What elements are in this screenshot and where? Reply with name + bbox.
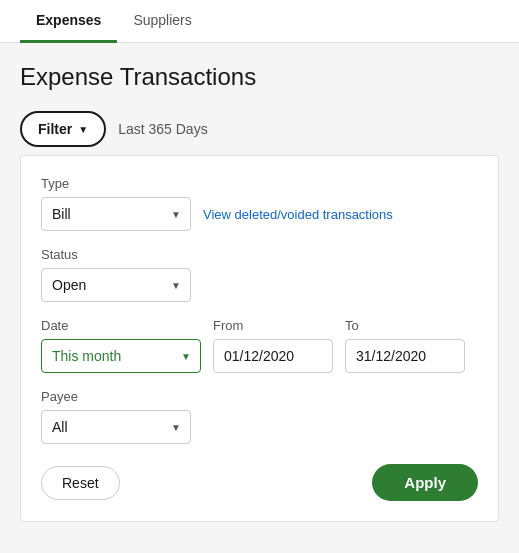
filter-bar: Filter ▼ Last 365 Days	[20, 111, 499, 147]
from-date-input[interactable]	[213, 339, 333, 373]
payee-label: Payee	[41, 389, 478, 404]
view-deleted-link[interactable]: View deleted/voided transactions	[203, 207, 393, 222]
from-label: From	[213, 318, 333, 333]
apply-button[interactable]: Apply	[372, 464, 478, 501]
filter-button-label: Filter	[38, 121, 72, 137]
status-select-wrapper: Open Closed All ▼	[41, 268, 191, 302]
date-select[interactable]: This month Last 365 Days This year Custo…	[41, 339, 201, 373]
filter-panel: Type Bill Invoice Credit Note ▼ View del…	[20, 155, 499, 522]
to-col: To	[345, 318, 465, 373]
date-col: Date This month Last 365 Days This year …	[41, 318, 201, 373]
type-label: Type	[41, 176, 478, 191]
type-select[interactable]: Bill Invoice Credit Note	[41, 197, 191, 231]
tab-expenses[interactable]: Expenses	[20, 0, 117, 43]
status-select[interactable]: Open Closed All	[41, 268, 191, 302]
date-label: Date	[41, 318, 201, 333]
type-select-wrapper: Bill Invoice Credit Note ▼	[41, 197, 191, 231]
page-title: Expense Transactions	[20, 63, 499, 91]
status-label: Status	[41, 247, 478, 262]
payee-group: Payee All Specific Payee ▼	[41, 389, 478, 444]
status-group: Status Open Closed All ▼	[41, 247, 478, 302]
page-content: Expense Transactions Filter ▼ Last 365 D…	[0, 43, 519, 522]
tab-suppliers[interactable]: Suppliers	[117, 0, 207, 43]
type-row: Bill Invoice Credit Note ▼ View deleted/…	[41, 197, 478, 231]
filter-button[interactable]: Filter ▼	[20, 111, 106, 147]
payee-select[interactable]: All Specific Payee	[41, 410, 191, 444]
date-group: Date This month Last 365 Days This year …	[41, 318, 478, 373]
active-filter-label: Last 365 Days	[118, 121, 208, 137]
type-group: Type Bill Invoice Credit Note ▼ View del…	[41, 176, 478, 231]
payee-select-wrapper: All Specific Payee ▼	[41, 410, 191, 444]
reset-button[interactable]: Reset	[41, 466, 120, 500]
to-label: To	[345, 318, 465, 333]
date-row: Date This month Last 365 Days This year …	[41, 318, 478, 373]
tab-bar: Expenses Suppliers	[0, 0, 519, 43]
chevron-down-icon: ▼	[78, 124, 88, 135]
date-select-wrapper: This month Last 365 Days This year Custo…	[41, 339, 201, 373]
from-col: From	[213, 318, 333, 373]
to-date-input[interactable]	[345, 339, 465, 373]
footer-buttons: Reset Apply	[41, 464, 478, 501]
